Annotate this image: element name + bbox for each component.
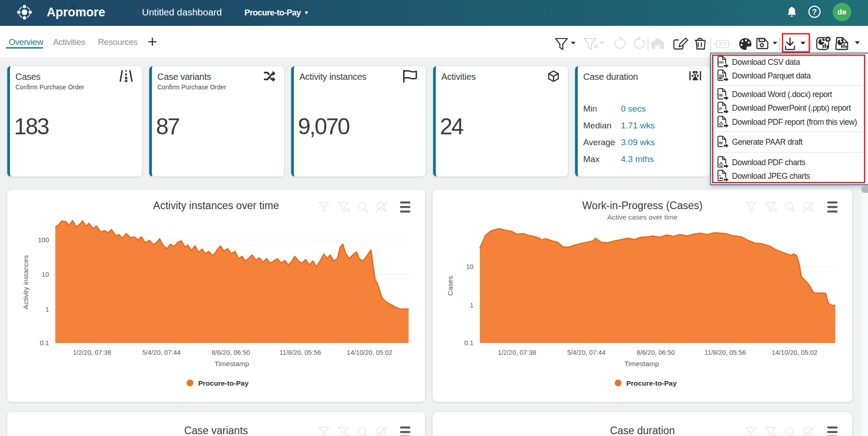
svg-text:14/10/20, 05:02: 14/10/20, 05:02 bbox=[347, 349, 393, 356]
svg-text:Timestamp: Timestamp bbox=[624, 360, 659, 367]
svg-text:?: ? bbox=[812, 8, 817, 16]
svg-text:1: 1 bbox=[470, 302, 473, 309]
svg-text:11/8/20, 05:56: 11/8/20, 05:56 bbox=[704, 349, 746, 356]
svg-text:Activity instances: Activity instances bbox=[22, 255, 29, 309]
svg-text:10: 10 bbox=[466, 263, 473, 270]
svg-text:1/2/20, 07:38: 1/2/20, 07:38 bbox=[498, 349, 536, 356]
svg-text:5/4/20, 07:44: 5/4/20, 07:44 bbox=[142, 349, 181, 356]
svg-text:10: 10 bbox=[42, 271, 49, 278]
svg-text:1/2/20, 07:38: 1/2/20, 07:38 bbox=[73, 349, 112, 356]
svg-text:0.1: 0.1 bbox=[464, 339, 473, 347]
svg-text:8/6/20, 06:50: 8/6/20, 06:50 bbox=[637, 349, 675, 356]
svg-text:Procure-to-Pay: Procure-to-Pay bbox=[626, 379, 677, 387]
svg-text:14/10/20, 05:02: 14/10/20, 05:02 bbox=[772, 349, 818, 356]
svg-text:Procure-to-Pay: Procure-to-Pay bbox=[198, 379, 249, 387]
svg-text:100: 100 bbox=[38, 236, 49, 244]
svg-text:Timestamp: Timestamp bbox=[215, 360, 249, 367]
svg-text:0.1: 0.1 bbox=[40, 339, 49, 347]
svg-text:11/8/20, 05:56: 11/8/20, 05:56 bbox=[279, 349, 321, 356]
svg-text:1: 1 bbox=[45, 306, 49, 313]
svg-text:8/6/20, 06:50: 8/6/20, 06:50 bbox=[212, 349, 250, 356]
svg-text:Cases: Cases bbox=[446, 276, 454, 296]
svg-text:5/4/20, 07:44: 5/4/20, 07:44 bbox=[567, 349, 606, 356]
